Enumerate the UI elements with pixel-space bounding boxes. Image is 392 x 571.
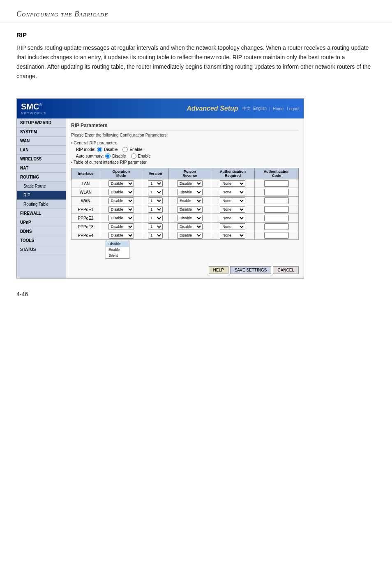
poison-select[interactable]: DisableEnable <box>177 189 203 195</box>
rip-mode-disable-radio[interactable] <box>97 147 102 152</box>
sidebar-item-ddns[interactable]: DDNS <box>17 227 66 236</box>
auth-required-select[interactable]: NoneSimpleMD5 <box>220 197 245 204</box>
dropdown-option-silent[interactable]: Silent <box>106 253 129 258</box>
auth-code-input[interactable] <box>264 232 289 239</box>
auth-code-input[interactable] <box>264 206 289 213</box>
lang-zh-link[interactable]: 中文 <box>242 106 251 111</box>
auto-summary-disable-radio[interactable] <box>105 153 111 159</box>
cell-version[interactable]: 12 <box>142 223 169 231</box>
lang-links[interactable]: 中文 English <box>242 106 267 111</box>
auth-code-input[interactable] <box>264 197 289 204</box>
operation-mode-select[interactable]: DisableEnableSilent <box>108 232 134 239</box>
cell-operation[interactable]: DisableEnableSilent <box>100 231 142 240</box>
lang-en-link[interactable]: English <box>253 106 267 111</box>
auth-required-select[interactable]: NoneSimpleMD5 <box>220 180 245 187</box>
cell-auth-required[interactable]: NoneSimpleMD5 <box>211 205 255 214</box>
cell-poison[interactable]: DisableEnable <box>169 197 211 205</box>
operation-mode-select[interactable]: DisableEnableSilent <box>108 215 134 221</box>
cell-operation[interactable]: DisableEnableSilent <box>100 214 142 223</box>
cell-version[interactable]: 12 <box>142 231 169 240</box>
cell-auth-required[interactable]: NoneSimpleMD5 <box>211 179 255 188</box>
operation-mode-select[interactable]: DisableEnableSilent <box>108 197 134 204</box>
sidebar-item-routing-table[interactable]: Routing Table <box>17 200 66 209</box>
cell-auth-required[interactable]: NoneSimpleMD5 <box>211 231 255 240</box>
auth-code-input[interactable] <box>264 189 289 195</box>
poison-select[interactable]: DisableEnable <box>177 197 203 204</box>
sidebar-item-wireless[interactable]: WIRELESS <box>17 155 66 164</box>
cell-poison[interactable]: DisableEnable <box>169 214 211 223</box>
sidebar-item-static-route[interactable]: Static Route <box>17 182 66 191</box>
cell-operation[interactable]: DisableEnableSilent <box>100 188 142 197</box>
cell-version[interactable]: 12 <box>142 214 169 223</box>
version-select[interactable]: 12 <box>148 180 163 187</box>
save-settings-button[interactable]: SAVE SETTINGS <box>230 266 272 274</box>
cell-auth-code[interactable] <box>255 179 299 188</box>
sidebar-item-status[interactable]: STATUS <box>17 245 66 254</box>
poison-select[interactable]: DisableEnable <box>177 223 203 230</box>
cell-auth-code[interactable] <box>255 223 299 231</box>
cell-version[interactable]: 12 <box>142 197 169 205</box>
cell-version[interactable]: 12 <box>142 205 169 214</box>
cell-auth-required[interactable]: NoneSimpleMD5 <box>211 223 255 231</box>
auth-required-select[interactable]: NoneSimpleMD5 <box>220 215 245 221</box>
cell-poison[interactable]: DisableEnable <box>169 231 211 240</box>
auto-summary-enable-radio[interactable] <box>131 153 136 159</box>
cell-poison[interactable]: DisableEnable <box>169 205 211 214</box>
cell-operation[interactable]: DisableEnableSilent <box>100 197 142 205</box>
auth-code-input[interactable] <box>264 180 289 187</box>
cell-auth-code[interactable] <box>255 197 299 205</box>
cell-poison[interactable]: DisableEnable <box>169 223 211 231</box>
version-select[interactable]: 12 <box>148 215 163 221</box>
cell-auth-required[interactable]: NoneSimpleMD5 <box>211 197 255 205</box>
auth-code-input[interactable] <box>264 215 289 221</box>
sidebar-item-routing[interactable]: ROUTING <box>17 173 66 182</box>
auth-required-select[interactable]: NoneSimpleMD5 <box>220 232 245 239</box>
cell-auth-required[interactable]: NoneSimpleMD5 <box>211 214 255 223</box>
poison-select[interactable]: DisableEnable <box>177 180 203 187</box>
version-select[interactable]: 12 <box>148 206 163 213</box>
poison-select[interactable]: DisableEnable <box>177 206 203 213</box>
sidebar-item-setup-wizard[interactable]: SETUP WIZARD <box>17 118 66 128</box>
sidebar-item-tools[interactable]: TOOLS <box>17 236 66 245</box>
cell-version[interactable]: 12 <box>142 179 169 188</box>
auth-required-select[interactable]: NoneSimpleMD5 <box>220 206 245 213</box>
version-select[interactable]: 12 <box>148 197 163 204</box>
sidebar-item-upnp[interactable]: UPnP <box>17 218 66 227</box>
sidebar-item-rip[interactable]: RIP <box>17 191 66 200</box>
sidebar-item-nat[interactable]: NAT <box>17 164 66 173</box>
logout-link[interactable]: Logout <box>287 107 300 111</box>
sidebar-item-system[interactable]: SYSTEM <box>17 128 66 137</box>
sidebar-item-lan[interactable]: LAN <box>17 146 66 155</box>
sidebar-item-wan[interactable]: WAN <box>17 137 66 146</box>
auth-code-input[interactable] <box>264 223 289 230</box>
auth-required-select[interactable]: NoneSimpleMD5 <box>220 189 245 195</box>
cell-poison[interactable]: DisableEnable <box>169 179 211 188</box>
dropdown-popup-menu[interactable]: Disable Enable Silent <box>106 241 129 259</box>
sidebar-item-firewall[interactable]: FIREWALL <box>17 209 66 218</box>
cell-auth-code[interactable] <box>255 188 299 197</box>
version-select[interactable]: 12 <box>148 189 163 195</box>
version-select[interactable]: 12 <box>148 232 163 239</box>
cell-operation[interactable]: DisableEnableSilent <box>100 205 142 214</box>
cell-auth-code[interactable] <box>255 205 299 214</box>
operation-mode-select[interactable]: DisableEnableSilent <box>108 206 134 213</box>
auth-required-select[interactable]: NoneSimpleMD5 <box>220 223 245 230</box>
home-link[interactable]: Home <box>273 107 284 111</box>
poison-select[interactable]: DisableEnable <box>177 215 203 221</box>
operation-mode-select[interactable]: DisableEnableSilent <box>108 189 134 195</box>
dropdown-option-enable[interactable]: Enable <box>106 247 129 253</box>
operation-mode-select[interactable]: DisableEnableSilent <box>108 180 134 187</box>
cell-poison[interactable]: DisableEnable <box>169 188 211 197</box>
cell-version[interactable]: 12 <box>142 188 169 197</box>
cell-operation[interactable]: DisableEnableSilent <box>100 179 142 188</box>
cell-operation[interactable]: DisableEnableSilent <box>100 223 142 231</box>
cell-auth-required[interactable]: NoneSimpleMD5 <box>211 188 255 197</box>
version-select[interactable]: 12 <box>148 223 163 230</box>
cell-auth-code[interactable] <box>255 214 299 223</box>
operation-mode-select[interactable]: DisableEnableSilent <box>108 223 134 230</box>
poison-select[interactable]: DisableEnable <box>177 232 203 239</box>
help-button[interactable]: HELP <box>209 266 228 274</box>
dropdown-option-disable[interactable]: Disable <box>106 241 129 247</box>
rip-mode-enable-radio[interactable] <box>122 147 128 152</box>
cell-auth-code[interactable] <box>255 231 299 240</box>
